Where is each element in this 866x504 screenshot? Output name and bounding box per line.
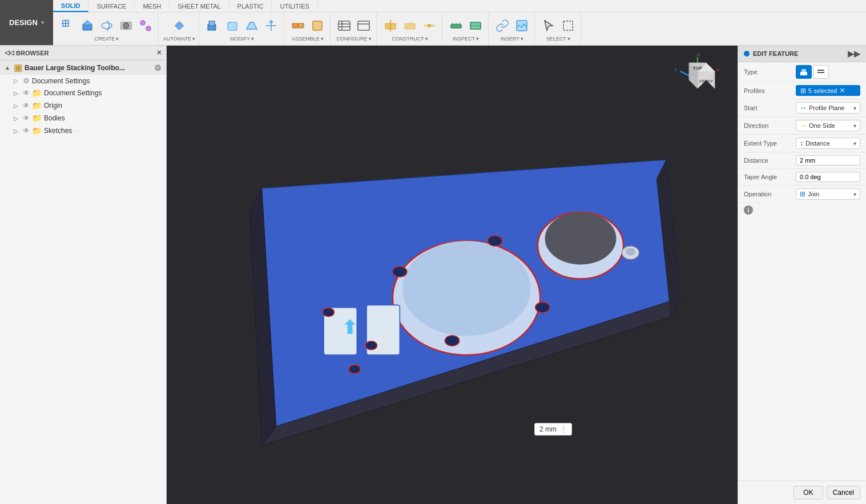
tab-plastic[interactable]: PLASTIC xyxy=(229,0,272,12)
revolve-icon[interactable] xyxy=(98,17,116,35)
create-new-body-icon[interactable] xyxy=(59,17,77,35)
select-box-icon[interactable] xyxy=(559,17,577,35)
inspect-group-label[interactable]: INSPECT ▾ xyxy=(453,36,479,42)
extrude-icon[interactable] xyxy=(78,17,96,35)
pattern-icon[interactable] xyxy=(136,17,155,35)
tab-solid[interactable]: SOLID xyxy=(53,0,89,12)
modify-icons xyxy=(204,17,280,35)
named-views-eye-icon[interactable]: 👁 xyxy=(23,89,30,97)
panel-row-profiles: Profiles ⊞ 5 selected ✕ xyxy=(738,82,866,99)
design-button[interactable]: DESIGN ▾ xyxy=(0,0,53,45)
sketches-eye-icon[interactable]: 👁 xyxy=(23,127,30,135)
modify-push-pull-icon[interactable] xyxy=(204,17,222,35)
modify-loft-icon[interactable] xyxy=(243,17,261,35)
construct-point-icon[interactable] xyxy=(420,17,438,35)
automate-icon[interactable] xyxy=(170,17,188,35)
sidebar: ◁◁ BROWSER ✕ ▲ ▣ Bauer Large Stacking To… xyxy=(0,46,167,504)
assemble-group-label[interactable]: ASSEMBLE ▾ xyxy=(292,36,324,42)
start-dropdown[interactable]: ↔ Profile Plane ▾ xyxy=(796,102,860,114)
sidebar-item-named-views[interactable]: ▷ 👁 📁 Document Settings xyxy=(9,87,166,99)
direction-dropdown[interactable]: → One Side ▾ xyxy=(796,120,860,131)
svg-rect-66 xyxy=(817,72,824,73)
named-views-folder-icon: 📁 xyxy=(32,88,42,98)
toolbar-group-configure: CONFIGURE ▾ xyxy=(332,13,377,45)
create-group-label[interactable]: CREATE ▾ xyxy=(94,36,119,42)
type-label: Type xyxy=(744,68,792,75)
configure-icon2[interactable] xyxy=(355,17,373,35)
svg-point-4 xyxy=(102,23,112,29)
hole-icon[interactable] xyxy=(117,17,135,35)
profiles-badge[interactable]: ⊞ 5 selected ✕ xyxy=(796,85,860,96)
taper-input[interactable] xyxy=(796,172,860,182)
tab-utilities[interactable]: UTILITIES xyxy=(272,0,317,12)
distance-options-icon[interactable]: ⋮ xyxy=(560,425,567,433)
sidebar-item-document-settings[interactable]: ▷ ⚙ Document Settings xyxy=(9,75,166,87)
sidebar-item-sketches[interactable]: ▷ 👁 📁 Sketches ··· xyxy=(9,124,166,137)
extent-type-value: Distance xyxy=(805,140,830,147)
info-icon[interactable]: i xyxy=(744,205,753,215)
distance-input[interactable] xyxy=(796,155,860,166)
insert-image-icon[interactable] xyxy=(513,17,531,35)
svg-text:TOP: TOP xyxy=(693,66,703,71)
start-icon: ↔ xyxy=(800,104,807,112)
cube-navigator[interactable]: TOP FRONT Z X Y xyxy=(669,51,726,108)
configure-table-icon[interactable] xyxy=(335,17,353,35)
sidebar-back-icon[interactable]: ◁◁ xyxy=(5,49,14,57)
select-cursor-icon[interactable] xyxy=(539,17,558,35)
cancel-button[interactable]: Cancel xyxy=(827,486,860,499)
insert-group-label[interactable]: INSERT ▾ xyxy=(501,36,523,42)
insert-link-icon[interactable] xyxy=(493,17,511,35)
svg-point-46 xyxy=(535,302,550,312)
root-settings-icon[interactable]: ⚙ xyxy=(154,63,162,72)
construct-plane-icon[interactable] xyxy=(381,17,400,35)
panel-footer: OK Cancel xyxy=(738,481,866,504)
construct-axis-icon[interactable] xyxy=(401,17,419,35)
inspect-icons xyxy=(447,17,485,35)
toolbar-group-assemble: ASSEMBLE ▾ xyxy=(285,13,331,45)
configure-group-label[interactable]: CONFIGURE ▾ xyxy=(337,36,372,42)
svg-point-49 xyxy=(323,308,334,316)
sketches-expand: ▷ xyxy=(14,128,21,134)
construct-group-label[interactable]: CONSTRUCT ▾ xyxy=(392,36,428,42)
operation-dropdown[interactable]: ⊞ Join ▾ xyxy=(796,188,860,200)
assemble-joint-icon[interactable] xyxy=(289,17,307,35)
modify-move-icon[interactable] xyxy=(262,17,280,35)
panel-expand-icon[interactable]: ▶▶ xyxy=(848,49,860,58)
3d-plate-svg xyxy=(167,46,738,504)
operation-label: Operation xyxy=(744,191,792,197)
toolbar-tabs: SOLID SURFACE MESH SHEET METAL PLASTIC U… xyxy=(53,0,866,45)
inspect-measure-icon[interactable] xyxy=(447,17,465,35)
bodies-eye-icon[interactable]: 👁 xyxy=(23,114,30,122)
tab-sheet-metal[interactable]: SHEET METAL xyxy=(170,0,229,12)
inspect-section-icon[interactable] xyxy=(466,17,485,35)
select-group-label[interactable]: SELECT ▾ xyxy=(546,36,570,42)
extrude-direction-arrow[interactable]: ⬆ xyxy=(342,317,357,338)
svg-text:Z: Z xyxy=(698,53,700,57)
sidebar-close-icon[interactable]: ✕ xyxy=(156,49,162,57)
type-btn-thin[interactable] xyxy=(813,65,829,79)
automate-group-label[interactable]: AUTOMATE ▾ xyxy=(163,36,195,42)
panel-indicator xyxy=(744,51,750,57)
edit-feature-panel: EDIT FEATURE ▶▶ Type Profiles ⊞ 5 s xyxy=(738,46,866,504)
svg-text:FRONT: FRONT xyxy=(699,79,714,83)
tab-mesh[interactable]: MESH xyxy=(135,0,170,12)
profiles-clear-icon[interactable]: ✕ xyxy=(839,86,845,95)
ok-button[interactable]: OK xyxy=(794,486,823,499)
modify-shell-icon[interactable] xyxy=(223,17,241,35)
viewport[interactable]: ⬆ 2 mm ⋮ TOP FRONT Z X Y xyxy=(167,46,738,504)
extent-type-dropdown[interactable]: ↕ Distance ▾ xyxy=(796,138,860,149)
modify-group-label[interactable]: MODIFY ▾ xyxy=(230,36,254,42)
origin-folder-icon: 📁 xyxy=(32,101,42,110)
assemble-component-icon[interactable] xyxy=(308,17,327,35)
panel-title: EDIT FEATURE xyxy=(753,50,798,57)
origin-eye-icon[interactable]: 👁 xyxy=(23,102,30,110)
tab-row: SOLID SURFACE MESH SHEET METAL PLASTIC U… xyxy=(53,0,866,13)
svg-rect-10 xyxy=(209,21,215,26)
sidebar-item-bodies[interactable]: ▷ 👁 📁 Bodies xyxy=(9,112,166,124)
type-btn-extrude[interactable] xyxy=(796,65,812,79)
sidebar-root-item[interactable]: ▲ ▣ Bauer Large Stacking Toolbo... ⚙ xyxy=(0,61,166,75)
named-views-label: Document Settings xyxy=(44,89,102,97)
sidebar-header: ◁◁ BROWSER ✕ xyxy=(0,46,166,61)
sidebar-item-origin[interactable]: ▷ 👁 📁 Origin xyxy=(9,99,166,112)
tab-surface[interactable]: SURFACE xyxy=(88,0,135,12)
